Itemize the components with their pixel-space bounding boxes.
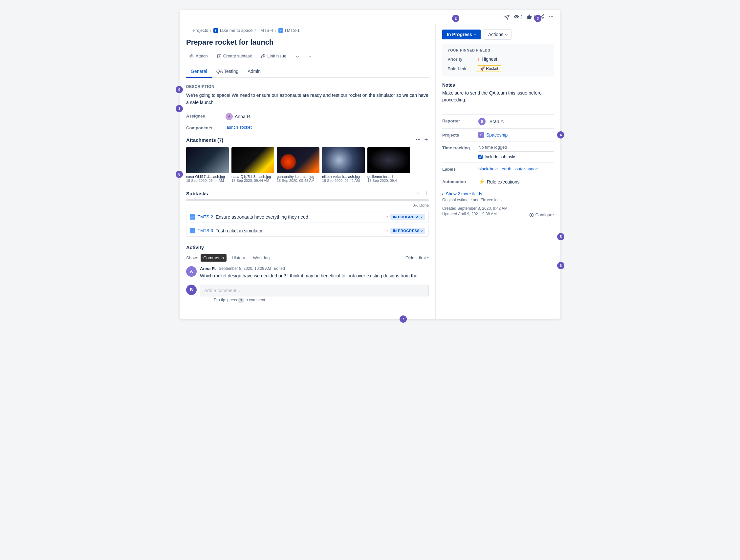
breadcrumb-project-link[interactable]: T Take me to space: [213, 28, 253, 33]
attach-name-3: ganapathy-ku... ash.jpg: [277, 175, 319, 179]
include-subtasks-checkbox[interactable]: [478, 155, 483, 159]
projects-link[interactable]: S Spaceship: [478, 132, 554, 138]
projects-label: Projects: [442, 132, 478, 137]
priority-arrow-icon: ↑: [477, 56, 480, 62]
create-subtask-button[interactable]: Create subtask: [214, 52, 255, 60]
breadcrumb-project-name: Take me to space: [219, 28, 253, 33]
projects-field: Projects S Spaceship: [442, 129, 554, 142]
subtask-status-2[interactable]: IN PROGRESS: [390, 228, 425, 234]
comment-input-row: B Add a comment... Pro tip: press M to c…: [186, 285, 429, 302]
configure-button[interactable]: Configure: [529, 212, 554, 217]
component-launch[interactable]: launch: [225, 125, 238, 130]
subtask-item-2[interactable]: TMTS-3 Test rocket in simulator ↑ IN PRO…: [186, 225, 429, 237]
label-black-hole[interactable]: black-hole: [478, 166, 498, 171]
labels-label: Labels: [442, 166, 478, 172]
pinned-section: YOUR PINNED FIELDS Priority ↑ Highest Ep…: [442, 44, 554, 77]
subtask-key-1[interactable]: TMTS-2: [198, 214, 213, 219]
status-row: In Progress Actions: [442, 24, 554, 44]
tab-admin[interactable]: Admin: [243, 65, 265, 78]
in-progress-label: In Progress: [447, 32, 472, 37]
comment-author-1: Anna R.: [200, 266, 216, 271]
actions-button[interactable]: Actions: [484, 29, 512, 40]
tabs: General QA Testing Admin: [186, 65, 429, 78]
comment-item-1: A Anna R. September 8, 2020, 10:09 AM Ed…: [186, 266, 429, 279]
attach-item-3[interactable]: ganapathy-ku... ash.jpg 18 Sep 2020, 09:…: [277, 147, 319, 183]
subtask-key-2[interactable]: TMTS-3: [198, 228, 213, 233]
watch-icon[interactable]: 2: [514, 14, 523, 19]
pro-tip-suffix: to comment: [245, 298, 265, 302]
comment-time-1: September 8, 2020, 10:09 AM: [219, 266, 271, 271]
show-tab-comments[interactable]: Comments: [201, 254, 226, 262]
priority-text: Highest: [482, 57, 497, 62]
show-more-link[interactable]: Show 2 more fields: [442, 191, 554, 196]
link-issue-button[interactable]: Link issue: [258, 52, 290, 60]
annotation-3: 3: [534, 15, 541, 22]
tab-qa-testing[interactable]: QA Testing: [212, 65, 243, 78]
watch-count: 2: [520, 14, 523, 19]
subtasks-add-btn[interactable]: [424, 190, 429, 197]
subtasks-more-btn[interactable]: [415, 190, 421, 197]
svg-point-7: [552, 16, 553, 17]
attach-item-5[interactable]: guillermo-ferl... i 18 Sep 2020, 09:4: [367, 147, 410, 183]
reporter-name: Bran Y.: [489, 119, 504, 124]
attachments-title: Attachments (7): [186, 137, 223, 143]
subtask-chevron-2: [421, 229, 423, 232]
label-outer-space[interactable]: outer-space: [516, 166, 538, 171]
breadcrumb-sep1: /: [210, 28, 211, 33]
attach-name-4: niketh-vellank... ash.jpg: [322, 175, 365, 179]
breadcrumb-sep2: /: [255, 28, 256, 33]
subtask-status-1[interactable]: IN PROGRESS: [390, 214, 425, 220]
svg-point-2: [543, 18, 544, 19]
components-label: Components: [186, 125, 225, 130]
svg-point-21: [419, 192, 420, 193]
component-rocket[interactable]: rocket: [240, 125, 252, 130]
tab-general[interactable]: General: [186, 65, 212, 78]
subtask-status-label-2: IN PROGRESS: [393, 229, 420, 233]
attach-item-2[interactable]: nasa-Q1p7bh3... ash.jpg 18 Sep 2020, 09:…: [232, 147, 274, 183]
svg-point-0: [543, 14, 544, 16]
toolbar-more-button[interactable]: [304, 52, 314, 60]
sort-button[interactable]: Oldest first: [405, 255, 429, 260]
attach-thumb-2: [232, 147, 274, 173]
pinned-epic: Epic Link 🚀 Rocket: [448, 65, 549, 72]
attachments-more-btn[interactable]: [415, 137, 421, 143]
reporter-avatar: B: [478, 118, 485, 125]
comment-input[interactable]: Add a comment...: [200, 285, 429, 296]
in-progress-button[interactable]: In Progress: [442, 29, 481, 39]
attach-grid: nasa-OLlj17tU... ash.jpg 18 Sep 2020, 09…: [186, 147, 429, 183]
description-text: We're going to space! We need to ensure …: [186, 92, 429, 106]
assignee-label: Assignee: [186, 113, 225, 118]
assignee-avatar: A: [225, 113, 233, 120]
breadcrumb-projects[interactable]: Projects: [193, 28, 208, 33]
components-value: launch rocket: [225, 125, 429, 130]
pinned-label: YOUR PINNED FIELDS: [448, 48, 549, 52]
toolbar-dropdown[interactable]: [292, 54, 302, 59]
attach-label: Attach: [196, 54, 208, 59]
breadcrumb-board[interactable]: TMTS-4: [258, 28, 273, 33]
annotation-9: 9: [176, 86, 183, 93]
show-tab-history[interactable]: History: [229, 254, 248, 262]
automation-field: Automation ⚡ Rule executions: [442, 175, 554, 188]
breadcrumb-issue[interactable]: ✓ TMTS-1: [278, 28, 300, 33]
comment-input-avatar: B: [186, 285, 197, 295]
automation-label: Automation: [442, 179, 478, 184]
label-earth[interactable]: earth: [502, 166, 512, 171]
reporter-value: B Bran Y.: [478, 118, 554, 125]
show-tab-worklog[interactable]: Work log: [250, 254, 272, 262]
updated-text: Updated April 9, 2021, 9:38 AM: [442, 212, 507, 216]
subtask-status-label-1: IN PROGRESS: [393, 215, 420, 219]
attach-button[interactable]: Attach: [186, 52, 211, 60]
time-logged: No time logged: [478, 145, 554, 150]
reporter-field: Reporter B Bran Y.: [442, 114, 554, 129]
show-more-label: Show 2 more fields: [446, 191, 482, 196]
more-icon[interactable]: [549, 14, 554, 19]
attach-item-1[interactable]: nasa-OLlj17tU... ash.jpg 18 Sep 2020, 09…: [186, 147, 229, 183]
subtask-item-1[interactable]: TMTS-2 Ensure astronauts have everything…: [186, 211, 429, 223]
announce-icon[interactable]: [504, 14, 510, 20]
attach-thumb-3: [277, 147, 319, 173]
configure-gear-icon: [529, 213, 534, 217]
attachments-add-btn[interactable]: [424, 137, 429, 143]
attach-item-4[interactable]: niketh-vellank... ash.jpg 18 Sep 2020, 0…: [322, 147, 365, 183]
epic-link-tag[interactable]: 🚀 Rocket: [477, 65, 501, 72]
lightning-icon: ⚡: [478, 179, 485, 185]
